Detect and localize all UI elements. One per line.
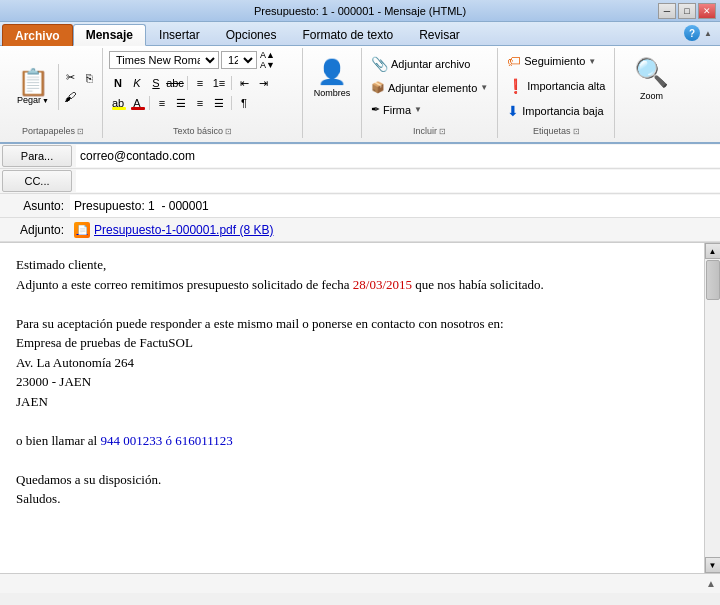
- copy-button[interactable]: ⎘: [80, 69, 98, 87]
- firma-arrow[interactable]: ▼: [414, 105, 422, 114]
- tab-mensaje[interactable]: Mensaje: [73, 24, 146, 46]
- adjunto-row: Adjunto: 📄 Presupuesto-1-000001.pdf (8 K…: [0, 218, 720, 242]
- body-line2b: que nos había solicitado.: [412, 277, 544, 292]
- texto-basico-expand-icon[interactable]: ⊡: [225, 127, 232, 136]
- font-size-decrease[interactable]: A▼: [259, 60, 276, 70]
- body-line4: Para su aceptación puede responder a est…: [16, 314, 688, 334]
- bottom-up-arrow[interactable]: ▲: [706, 578, 716, 589]
- bullets-button[interactable]: ≡: [191, 74, 209, 92]
- font-size-arrows: A▲ A▼: [259, 50, 276, 70]
- body-line13: Saludos.: [16, 489, 688, 509]
- asunto-row: Asunto:: [0, 194, 720, 218]
- tab-insertar[interactable]: Insertar: [146, 23, 213, 45]
- incluir-expand-icon[interactable]: ⊡: [439, 127, 446, 136]
- portapapeles-expand-icon[interactable]: ⊡: [77, 127, 84, 136]
- importancia-baja-button[interactable]: ⬇ Importancia baja: [502, 100, 610, 122]
- body-line2-text: Adjunto a este correo remitimos presupue…: [16, 277, 353, 292]
- align-right-button[interactable]: ≡: [191, 94, 209, 112]
- separator: [187, 76, 188, 90]
- highlight-button[interactable]: ab: [109, 94, 127, 112]
- firma-button[interactable]: ✒ Firma ▼: [366, 100, 493, 119]
- ribbon: 📋 Pegar ▼ ✂ ⎘ 🖌 Portapapeles ⊡: [0, 46, 720, 144]
- adjuntar-elemento-arrow[interactable]: ▼: [480, 83, 488, 92]
- paste-icon: 📋: [17, 69, 49, 95]
- font-size-increase[interactable]: A▲: [259, 50, 276, 60]
- body-line12: Quedamos a su disposición.: [16, 470, 688, 490]
- close-button[interactable]: ✕: [698, 3, 716, 19]
- attachment-link[interactable]: 📄 Presupuesto-1-000001.pdf (8 KB): [70, 220, 277, 240]
- help-button[interactable]: ?: [684, 25, 700, 41]
- incluir-group: 📎 Adjuntar archivo 📦 Adjuntar elemento ▼…: [362, 48, 498, 138]
- bottom-bar: ▲: [0, 573, 720, 593]
- scrollbar-thumb[interactable]: [706, 260, 720, 300]
- strikethrough-button[interactable]: abc: [166, 74, 184, 92]
- zoom-button[interactable]: 🔍 Zoom: [623, 50, 679, 106]
- adjunto-label: Adjunto:: [0, 223, 70, 237]
- attachment-filename: Presupuesto-1-000001.pdf (8 KB): [94, 223, 273, 237]
- etiquetas-label: Etiquetas ⊡: [502, 126, 610, 136]
- body-line5: Empresa de pruebas de FactuSOL: [16, 333, 688, 353]
- font-size-select[interactable]: 12: [221, 51, 257, 69]
- font-name-select[interactable]: Times New Roman: [109, 51, 219, 69]
- exclaim-icon: ❗: [507, 78, 524, 94]
- tab-revisar[interactable]: Revisar: [406, 23, 473, 45]
- tab-formato[interactable]: Formato de texto: [289, 23, 406, 45]
- scrollbar-up-arrow[interactable]: ▲: [705, 243, 721, 259]
- cc-button[interactable]: CC...: [2, 170, 72, 192]
- importancia-alta-button[interactable]: ❗ Importancia alta: [502, 75, 610, 97]
- paste-dropdown-arrow[interactable]: ▼: [42, 97, 49, 104]
- justify-button[interactable]: ☰: [210, 94, 228, 112]
- seguimiento-button[interactable]: 🏷 Seguimiento ▼: [502, 50, 610, 72]
- maximize-button[interactable]: □: [678, 3, 696, 19]
- bold-button[interactable]: N: [109, 74, 127, 92]
- vertical-scrollbar[interactable]: ▲ ▼: [704, 243, 720, 573]
- para-input[interactable]: [76, 145, 720, 167]
- asunto-input[interactable]: [70, 195, 720, 217]
- tag-icon: 🏷: [507, 53, 521, 69]
- ribbon-tabs: Archivo Mensaje Insertar Opciones Format…: [0, 22, 720, 46]
- arrow-down-icon: ⬇: [507, 103, 519, 119]
- body-line8: JAEN: [16, 392, 688, 412]
- body-date: 28/03/2015: [353, 277, 412, 292]
- separator2: [231, 76, 232, 90]
- align-center-button[interactable]: ☰: [172, 94, 190, 112]
- para-button[interactable]: Para...: [2, 145, 72, 167]
- body-line1: Estimado cliente,: [16, 255, 688, 275]
- seguimiento-arrow[interactable]: ▼: [588, 57, 596, 66]
- para-row: Para...: [0, 144, 720, 169]
- increase-indent-button[interactable]: ⇥: [254, 74, 272, 92]
- etiquetas-group: 🏷 Seguimiento ▼ ❗ Importancia alta ⬇ Imp…: [498, 48, 615, 138]
- ribbon-collapse-arrow[interactable]: ▲: [704, 29, 712, 38]
- minimize-button[interactable]: ─: [658, 3, 676, 19]
- paragraph-button[interactable]: ¶: [235, 94, 253, 112]
- nombres-icon: 👤: [317, 58, 347, 86]
- email-body[interactable]: Estimado cliente, Adjunto a este correo …: [0, 243, 704, 573]
- format-painter-button[interactable]: 🖌: [61, 88, 79, 106]
- cc-row: CC...: [0, 169, 720, 194]
- cc-input[interactable]: [76, 170, 720, 192]
- decrease-indent-button[interactable]: ⇤: [235, 74, 253, 92]
- adjuntar-elemento-button[interactable]: 📦 Adjuntar elemento ▼: [366, 78, 493, 97]
- body-line10: o bien llamar al 944 001233 ó 616011123: [16, 431, 688, 451]
- nombres-button[interactable]: 👤 Nombres: [307, 50, 357, 106]
- titlebar-controls: ─ □ ✕: [658, 3, 716, 19]
- underline-button[interactable]: S: [147, 74, 165, 92]
- scrollbar-down-arrow[interactable]: ▼: [705, 557, 721, 573]
- etiquetas-expand-icon[interactable]: ⊡: [573, 127, 580, 136]
- tab-opciones[interactable]: Opciones: [213, 23, 290, 45]
- tab-archivo[interactable]: Archivo: [2, 24, 73, 46]
- scrollbar-track[interactable]: [706, 260, 720, 556]
- adjuntar-archivo-button[interactable]: 📎 Adjuntar archivo: [366, 53, 493, 75]
- font-color-button[interactable]: A: [128, 94, 146, 112]
- cut-button[interactable]: ✂: [61, 69, 79, 87]
- align-left-button[interactable]: ≡: [153, 94, 171, 112]
- portapapeles-label: Portapapeles ⊡: [8, 126, 98, 136]
- italic-button[interactable]: K: [128, 74, 146, 92]
- paste-button[interactable]: 📋 Pegar ▼: [12, 66, 54, 108]
- numbering-button[interactable]: 1≡: [210, 74, 228, 92]
- email-body-wrapper: Estimado cliente, Adjunto a este correo …: [0, 243, 720, 573]
- body-line10-pre: o bien llamar al: [16, 433, 100, 448]
- nombres-label: Nombres: [314, 88, 351, 98]
- separator4: [231, 96, 232, 110]
- align-row: ab A ≡ ☰ ≡ ☰ ¶: [109, 94, 296, 112]
